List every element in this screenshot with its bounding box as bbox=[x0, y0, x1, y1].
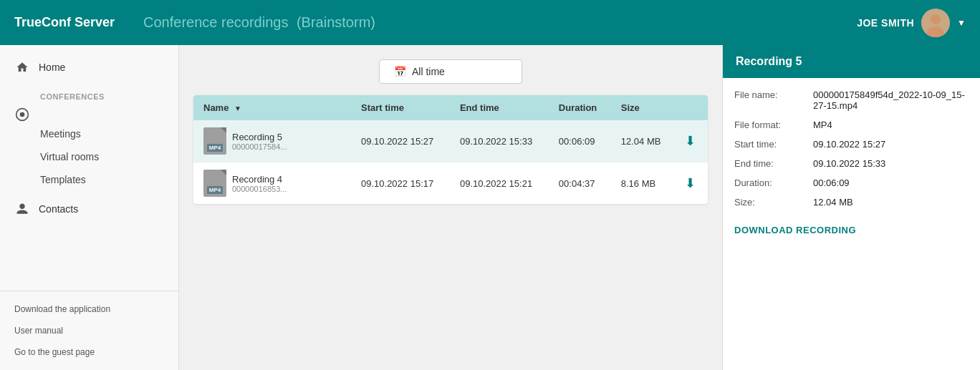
cell-duration: 00:04:37 bbox=[549, 162, 611, 205]
chevron-down-icon: ▼ bbox=[957, 18, 966, 28]
file-icon: MP4 bbox=[203, 127, 226, 155]
main-content: 📅 All time Name ▼ Start time End t bbox=[179, 45, 980, 370]
detail-file-format-value: MP4 bbox=[813, 120, 969, 130]
table-row[interactable]: MP4 Recording 4 00000016853... 09.10.202… bbox=[193, 162, 708, 205]
detail-file-format-label: File format: bbox=[734, 120, 813, 130]
col-actions bbox=[675, 95, 708, 120]
sidebar-item-contacts[interactable]: Contacts bbox=[0, 194, 178, 224]
filter-bar: 📅 All time bbox=[193, 59, 708, 84]
sidebar-item-home[interactable]: Home bbox=[0, 52, 178, 82]
contacts-icon bbox=[14, 201, 30, 217]
cell-start-time: 09.10.2022 15:27 bbox=[351, 120, 450, 162]
app-logo: TrueConf Server bbox=[14, 15, 115, 30]
svg-point-4 bbox=[20, 112, 25, 117]
detail-file-name-value: 000000175849f54d_2022-10-09_15-27-15.mp4 bbox=[813, 89, 969, 111]
guest-page-link[interactable]: Go to the guest page bbox=[0, 341, 178, 363]
download-app-link[interactable]: Download the application bbox=[0, 298, 178, 320]
detail-start-time-label: Start time: bbox=[734, 139, 813, 150]
detail-duration-label: Duration: bbox=[734, 177, 813, 188]
file-format-badge: MP4 bbox=[207, 186, 223, 194]
page-title: Conference recordings (Brainstorm) bbox=[143, 14, 857, 31]
svg-point-1 bbox=[931, 14, 941, 24]
detail-file-name-label: File name: bbox=[734, 89, 813, 111]
cell-end-time: 09.10.2022 15:21 bbox=[450, 162, 549, 205]
detail-end-time-value: 09.10.2022 15:33 bbox=[813, 158, 969, 169]
user-menu[interactable]: JOE SMITH ▼ bbox=[857, 9, 966, 37]
detail-duration-value: 00:06:09 bbox=[813, 177, 969, 188]
detail-title: Recording 5 bbox=[723, 45, 980, 78]
detail-body: File name: 000000175849f54d_2022-10-09_1… bbox=[723, 78, 980, 250]
sidebar-item-virtual-rooms[interactable]: Virtual rooms bbox=[0, 145, 178, 168]
detail-file-format-row: File format: MP4 bbox=[734, 120, 969, 130]
cell-name: MP4 Recording 4 00000016853... bbox=[193, 162, 351, 205]
cell-start-time: 09.10.2022 15:17 bbox=[351, 162, 450, 205]
col-start-time: Start time bbox=[351, 95, 450, 120]
cell-download: ⬇ bbox=[675, 162, 708, 205]
detail-size-row: Size: 12.04 MB bbox=[734, 197, 969, 208]
detail-file-name-row: File name: 000000175849f54d_2022-10-09_1… bbox=[734, 89, 969, 111]
cell-name: MP4 Recording 5 00000017584... bbox=[193, 120, 351, 162]
sidebar-footer: Download the application User manual Go … bbox=[0, 291, 178, 370]
sidebar-home-label: Home bbox=[39, 62, 65, 73]
recordings-table-area: 📅 All time Name ▼ Start time End t bbox=[179, 45, 722, 370]
detail-size-value: 12.04 MB bbox=[813, 197, 969, 208]
recordings-table: Name ▼ Start time End time Duration Size bbox=[193, 95, 708, 204]
file-icon: MP4 bbox=[203, 170, 226, 197]
table-header-row: Name ▼ Start time End time Duration Size bbox=[193, 95, 708, 120]
sidebar-item-meetings[interactable]: Meetings bbox=[0, 122, 178, 145]
sidebar-contacts-label: Contacts bbox=[39, 203, 78, 215]
col-size: Size bbox=[611, 95, 675, 120]
file-id: 00000017584... bbox=[232, 142, 287, 151]
row-download-button[interactable]: ⬇ bbox=[685, 175, 696, 191]
file-id: 00000016853... bbox=[232, 185, 287, 193]
calendar-icon: 📅 bbox=[394, 66, 406, 77]
time-filter-button[interactable]: 📅 All time bbox=[379, 59, 522, 84]
sidebar-item-templates[interactable]: Templates bbox=[0, 168, 178, 191]
cell-download: ⬇ bbox=[675, 120, 708, 162]
cell-size: 8.16 MB bbox=[611, 162, 675, 205]
user-name: JOE SMITH bbox=[857, 17, 914, 29]
col-name: Name ▼ bbox=[193, 95, 351, 120]
col-duration: Duration bbox=[549, 95, 611, 120]
app-header: TrueConf Server Conference recordings (B… bbox=[0, 0, 980, 45]
table-row[interactable]: MP4 Recording 5 00000017584... 09.10.202… bbox=[193, 120, 708, 162]
cell-end-time: 09.10.2022 15:33 bbox=[450, 120, 549, 162]
download-recording-button[interactable]: DOWNLOAD RECORDING bbox=[734, 222, 856, 238]
file-info: Recording 4 00000016853... bbox=[232, 174, 287, 193]
col-end-time: End time bbox=[450, 95, 549, 120]
file-format-badge: MP4 bbox=[207, 144, 223, 152]
recording-name: Recording 5 bbox=[232, 132, 287, 142]
recording-name: Recording 4 bbox=[232, 174, 287, 185]
conferences-icon bbox=[14, 107, 30, 122]
conferences-icon-row bbox=[0, 104, 178, 122]
cell-duration: 00:06:09 bbox=[549, 120, 611, 162]
user-manual-link[interactable]: User manual bbox=[0, 320, 178, 341]
avatar bbox=[921, 9, 950, 37]
sort-icon: ▼ bbox=[234, 104, 241, 112]
detail-start-time-row: Start time: 09.10.2022 15:27 bbox=[734, 139, 969, 150]
conferences-section-label: CONFERENCES bbox=[0, 82, 178, 104]
detail-size-label: Size: bbox=[734, 197, 813, 208]
detail-start-time-value: 09.10.2022 15:27 bbox=[813, 139, 969, 150]
file-info: Recording 5 00000017584... bbox=[232, 132, 287, 151]
row-download-button[interactable]: ⬇ bbox=[685, 133, 696, 149]
detail-panel: Recording 5 File name: 000000175849f54d_… bbox=[722, 45, 980, 370]
detail-end-time-label: End time: bbox=[734, 158, 813, 169]
filter-label: All time bbox=[412, 66, 445, 77]
home-icon bbox=[14, 59, 30, 75]
cell-size: 12.04 MB bbox=[611, 120, 675, 162]
detail-duration-row: Duration: 00:06:09 bbox=[734, 177, 969, 188]
detail-end-time-row: End time: 09.10.2022 15:33 bbox=[734, 158, 969, 169]
sidebar: Home CONFERENCES Meetings Virtual rooms … bbox=[0, 45, 179, 370]
